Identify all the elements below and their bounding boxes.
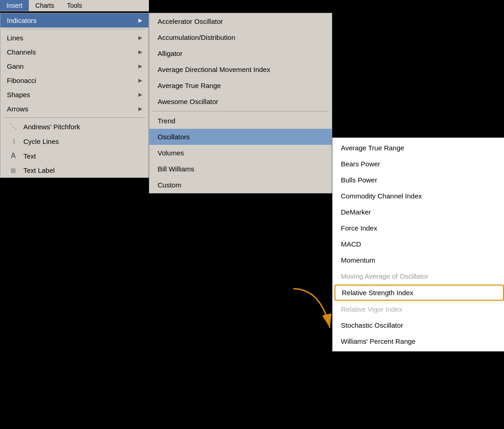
menu-l3-macd[interactable]: MACD bbox=[333, 236, 504, 252]
separator-1 bbox=[3, 29, 146, 29]
separator-2 bbox=[3, 117, 146, 118]
pitchfork-icon: ⋱ bbox=[7, 122, 20, 131]
menu-l2-volumes[interactable]: Volumes bbox=[149, 145, 332, 161]
menu-l3-atr[interactable]: Average True Range bbox=[333, 140, 504, 156]
menu-l1-gann[interactable]: Gann ▶ bbox=[0, 59, 148, 73]
separator-l2 bbox=[152, 111, 329, 111]
menu-l1-arrows[interactable]: Arrows ▶ bbox=[0, 102, 148, 116]
menu-l3-rsi[interactable]: Relative Strength Index bbox=[334, 285, 504, 301]
submenu-arrow-icon: ▶ bbox=[138, 17, 142, 23]
insert-menu: Indicators ▶ Lines ▶ Channels ▶ Gann ▶ F… bbox=[0, 13, 149, 178]
submenu-arrow-icon: ▶ bbox=[138, 63, 142, 69]
submenu-arrow-icon: ▶ bbox=[138, 77, 142, 83]
submenu-arrow-icon: ▶ bbox=[138, 35, 142, 41]
menubar: Insert Charts Tools bbox=[0, 0, 149, 11]
menu-l3-mao[interactable]: Moving Average of Oscillator bbox=[333, 268, 504, 284]
menu-l1-andrews-pitchfork[interactable]: ⋱ Andrews' Pitchfork bbox=[0, 119, 148, 134]
menubar-tools[interactable]: Tools bbox=[60, 0, 88, 11]
menu-l1-lines[interactable]: Lines ▶ bbox=[0, 31, 148, 45]
submenu-arrow-icon: ▶ bbox=[138, 49, 142, 55]
menu-l1-channels[interactable]: Channels ▶ bbox=[0, 45, 148, 59]
menu-l2-alligator[interactable]: Alligator bbox=[149, 45, 332, 61]
menu-l2-atr[interactable]: Average True Range bbox=[149, 77, 332, 94]
menu-l2-accelerator[interactable]: Accelerator Oscillator bbox=[149, 13, 332, 29]
text-icon: A bbox=[7, 152, 20, 160]
menu-l3-cci[interactable]: Commodity Channel Index bbox=[333, 188, 504, 204]
menu-l3-demarker[interactable]: DeMarker bbox=[333, 204, 504, 220]
menu-l3-momentum[interactable]: Momentum bbox=[333, 252, 504, 268]
menu-l2-oscillators[interactable]: Oscillators bbox=[149, 129, 332, 145]
menu-l2-custom[interactable]: Custom bbox=[149, 177, 332, 193]
menubar-insert[interactable]: Insert bbox=[0, 0, 29, 11]
menu-l3-rvi[interactable]: Relative Vigor Index bbox=[333, 301, 504, 317]
menu-l3-bulls-power[interactable]: Bulls Power bbox=[333, 172, 504, 188]
menu-l2-bill-williams[interactable]: Bill Williams bbox=[149, 161, 332, 177]
menubar-charts[interactable]: Charts bbox=[29, 0, 60, 11]
cycle-lines-icon: ⌇ bbox=[7, 138, 20, 145]
menu-l1-shapes[interactable]: Shapes ▶ bbox=[0, 88, 148, 102]
menu-l3-williams-percent[interactable]: Williams' Percent Range bbox=[333, 333, 504, 349]
menu-l3-force-index[interactable]: Force Index bbox=[333, 220, 504, 236]
text-label-icon: ⊞ bbox=[7, 167, 20, 174]
menu-l1-fibonacci[interactable]: Fibonacci ▶ bbox=[0, 73, 148, 88]
menu-l3-bears-power[interactable]: Bears Power bbox=[333, 156, 504, 172]
indicators-submenu: Accelerator Oscillator Accumulation/Dist… bbox=[149, 13, 332, 193]
menu-l1-indicators[interactable]: Indicators ▶ bbox=[0, 13, 148, 28]
menu-l2-awesome[interactable]: Awesome Oscillator bbox=[149, 94, 332, 110]
menu-l2-accumulation[interactable]: Accumulation/Distribution bbox=[149, 29, 332, 45]
menu-l2-admi[interactable]: Average Directional Movement Index bbox=[149, 61, 332, 77]
menu-l2-trend[interactable]: Trend bbox=[149, 113, 332, 129]
annotation-arrow bbox=[284, 284, 339, 339]
menu-l3-stochastic[interactable]: Stochastic Oscillator bbox=[333, 317, 504, 333]
menu-l1-text-label[interactable]: ⊞ Text Label bbox=[0, 163, 148, 177]
menu-l1-cycle-lines[interactable]: ⌇ Cycle Lines bbox=[0, 134, 148, 148]
menu-l1-text[interactable]: A Text bbox=[0, 148, 148, 163]
oscillators-submenu: Average True Range Bears Power Bulls Pow… bbox=[332, 138, 504, 352]
submenu-arrow-icon: ▶ bbox=[138, 106, 142, 112]
submenu-arrow-icon: ▶ bbox=[138, 92, 142, 98]
